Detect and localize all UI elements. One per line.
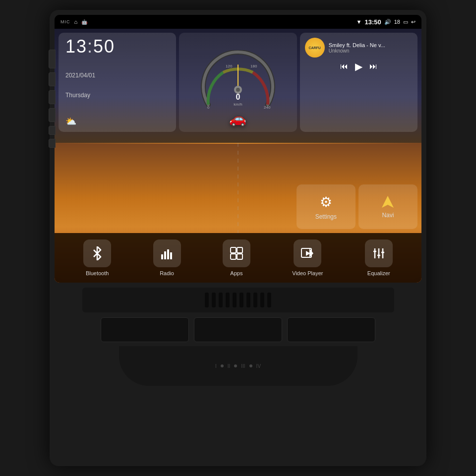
- battery-icon: ▭: [403, 19, 408, 25]
- vent-slot: [219, 293, 223, 307]
- svg-text:120: 120: [226, 64, 233, 68]
- clock-time: 13:50: [65, 38, 169, 56]
- horizon: [55, 143, 421, 144]
- vent-slot: [205, 293, 209, 307]
- vent-area: [82, 288, 394, 312]
- apps-app[interactable]: Apps: [223, 239, 250, 276]
- clock-widget: 13:50 2021/04/01 Thursday ⛅: [59, 33, 176, 132]
- side-btn-back[interactable]: [49, 108, 56, 122]
- music-title: Smiley ft. Delia - Ne v...: [329, 42, 413, 48]
- dial-mark-4: IV: [256, 363, 261, 369]
- wifi-icon: ▼: [357, 19, 362, 25]
- next-button[interactable]: ⏭: [369, 62, 377, 71]
- control-btn-2[interactable]: [194, 317, 282, 342]
- music-artist: Unknown: [329, 48, 413, 54]
- svg-rect-16: [231, 254, 236, 259]
- music-logo: CARFU: [305, 38, 325, 58]
- clock-minutes: 50: [93, 36, 115, 57]
- clock-day: Thursday: [65, 92, 169, 99]
- vent-slots: [205, 293, 271, 307]
- top-widgets: 13:50 2021/04/01 Thursday ⛅: [59, 33, 417, 132]
- app-bar: Bluetooth Radio: [55, 233, 421, 283]
- side-btn-power[interactable]: [49, 72, 56, 86]
- control-btn-3[interactable]: [287, 317, 375, 342]
- radio-icon: [160, 246, 174, 260]
- settings-icon: ⚙: [320, 194, 332, 210]
- vent-slot: [233, 293, 237, 307]
- side-btn-vol-down[interactable]: [49, 139, 56, 148]
- apps-label: Apps: [230, 270, 242, 276]
- dial-marks: I II III IV: [215, 363, 261, 369]
- device: MIC ⌂ 🤖 ▼ 13:50 🔊 18 ▭ ↩: [50, 10, 426, 466]
- vent-slot: [239, 293, 243, 307]
- equalizer-icon-box: [365, 239, 393, 267]
- svg-rect-10: [161, 254, 163, 259]
- equalizer-app[interactable]: Equalizer: [365, 239, 393, 276]
- clock-colon: :: [87, 36, 93, 57]
- side-buttons: [49, 50, 56, 148]
- side-btn-home[interactable]: [49, 90, 56, 104]
- bluetooth-icon-box: [83, 239, 111, 267]
- dial-dot-3: [249, 364, 252, 367]
- bottom-panel: I II III IV: [119, 346, 357, 386]
- bluetooth-label: Bluetooth: [86, 270, 109, 276]
- video-app[interactable]: Video Player: [292, 239, 323, 276]
- dial-dot-1: [221, 364, 224, 367]
- side-btn-vol-up[interactable]: [49, 126, 56, 135]
- dial-mark-2: II: [228, 363, 231, 369]
- status-time: 13:50: [365, 18, 381, 26]
- radio-label: Radio: [160, 270, 174, 276]
- status-right: ▼ 13:50 🔊 18 ▭ ↩: [357, 18, 416, 26]
- svg-marker-9: [382, 196, 394, 208]
- android-icon: 🤖: [81, 19, 87, 25]
- svg-rect-15: [237, 247, 242, 253]
- dial-mark-1: I: [215, 363, 217, 369]
- equalizer-icon: [372, 246, 386, 260]
- vent-slot: [226, 293, 230, 307]
- navi-widget[interactable]: Navi: [358, 184, 417, 229]
- svg-rect-17: [237, 254, 242, 259]
- speedometer-widget: 0 120 180 240 0 km/h 🚗: [179, 33, 297, 132]
- svg-text:0: 0: [207, 105, 210, 110]
- music-top: CARFU Smiley ft. Delia - Ne v... Unknown: [305, 38, 413, 58]
- speedo-svg: 0 120 180 240 0 km/h: [198, 50, 278, 115]
- svg-text:180: 180: [250, 64, 257, 68]
- svg-point-8: [236, 88, 240, 92]
- bottom-right-widgets: ⚙ Settings Navi: [297, 184, 417, 229]
- dashboard-bottom: I II III IV: [55, 283, 421, 456]
- clock-date: 2021/04/01: [65, 72, 169, 79]
- play-button[interactable]: ▶: [355, 60, 362, 72]
- video-icon: [300, 246, 314, 260]
- radio-app[interactable]: Radio: [153, 239, 181, 276]
- clock-hours: 13: [65, 36, 87, 57]
- music-info: Smiley ft. Delia - Ne v... Unknown: [329, 42, 413, 54]
- radio-icon-box: [153, 239, 181, 267]
- side-btn-rst[interactable]: [49, 50, 56, 68]
- bluetooth-app[interactable]: Bluetooth: [83, 239, 111, 276]
- status-bar: MIC ⌂ 🤖 ▼ 13:50 🔊 18 ▭ ↩: [55, 15, 421, 29]
- settings-widget[interactable]: ⚙ Settings: [297, 184, 356, 229]
- svg-rect-13: [170, 252, 172, 259]
- vent-slot: [267, 293, 271, 307]
- music-widget: CARFU Smiley ft. Delia - Ne v... Unknown…: [300, 33, 417, 132]
- prev-button[interactable]: ⏮: [340, 62, 348, 71]
- volume-icon: 🔊: [384, 19, 391, 25]
- video-icon-box: [294, 239, 321, 267]
- svg-rect-14: [231, 247, 236, 253]
- dial-mark-3: III: [241, 363, 245, 369]
- navi-icon: [381, 195, 395, 209]
- control-btn-1[interactable]: [101, 317, 189, 342]
- svg-text:240: 240: [264, 105, 271, 110]
- weather-icon: ⛅: [65, 116, 76, 127]
- equalizer-label: Equalizer: [367, 270, 390, 276]
- dial-dot-2: [234, 364, 237, 367]
- video-label: Video Player: [292, 270, 323, 276]
- bluetooth-icon: [90, 246, 104, 260]
- apps-icon: [230, 246, 243, 260]
- back-icon[interactable]: ↩: [411, 19, 416, 25]
- music-logo-text: CARFU: [308, 46, 321, 50]
- screen-bg: 13:50 2021/04/01 Thursday ⛅: [55, 29, 421, 283]
- status-left: MIC ⌂ 🤖: [60, 19, 87, 25]
- home-icon[interactable]: ⌂: [74, 19, 78, 25]
- screen: MIC ⌂ 🤖 ▼ 13:50 🔊 18 ▭ ↩: [55, 15, 421, 283]
